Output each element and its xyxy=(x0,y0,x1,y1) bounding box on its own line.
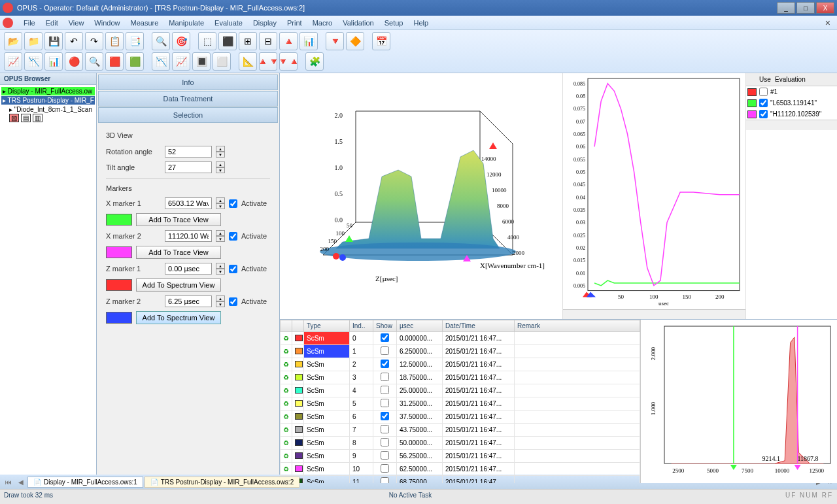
toolbar-button[interactable]: ⊞ xyxy=(239,32,257,50)
table-row[interactable]: ♻ScSm1062.50000...2015/01/21 16:47... xyxy=(281,463,640,476)
table-row[interactable]: ♻ScSm318.75000...2015/01/21 16:47... xyxy=(281,371,640,384)
table-header[interactable]: Date/Time xyxy=(443,320,515,332)
table-header[interactable]: Remark xyxy=(515,320,640,332)
legend-use-checkbox[interactable] xyxy=(759,88,768,96)
table-row[interactable]: ♻ScSm212.50000...2015/01/21 16:47... xyxy=(281,358,640,371)
table-header[interactable]: µsec xyxy=(397,320,443,332)
browser-tree[interactable]: ▸ Display - MIR_FullAccess.ow▸ TRS Postr… xyxy=(0,85,96,123)
xm2-color-swatch[interactable] xyxy=(106,246,132,258)
toolbar-button[interactable]: 📁 xyxy=(24,32,43,50)
menu-file[interactable]: File xyxy=(18,18,41,28)
toolbar-button[interactable]: 🔴 xyxy=(65,52,83,71)
menu-window[interactable]: Window xyxy=(89,18,125,28)
close-button[interactable]: X xyxy=(816,2,834,14)
legend-use-checkbox[interactable] xyxy=(759,99,768,107)
toolbar-button[interactable]: 📉 xyxy=(152,52,170,71)
toolbar-button[interactable]: 📋 xyxy=(105,32,124,50)
menu-measure[interactable]: Measure xyxy=(125,18,163,28)
tree-item[interactable]: ▸ TRS Postrun-Display - MIR_F xyxy=(1,96,95,105)
tree-item[interactable]: ▸ "Diode_Int_8cm-1_1_Scan xyxy=(1,105,95,114)
xm1-activate-checkbox[interactable] xyxy=(229,199,237,208)
doc-tab[interactable]: 📄Display - MIR_FullAccess.ows:1 xyxy=(27,477,143,488)
maximize-button[interactable]: □ xyxy=(796,2,815,14)
minimize-button[interactable]: _ xyxy=(777,2,795,14)
toolbar-button[interactable]: 🟩 xyxy=(126,52,144,71)
legend-row[interactable]: "H11120.102539" xyxy=(746,109,837,120)
table-header[interactable]: Show xyxy=(373,320,397,332)
xm1-color-swatch[interactable] xyxy=(106,214,132,226)
menu-print[interactable]: Print xyxy=(282,18,307,28)
menu-manipulate[interactable]: Manipulate xyxy=(163,18,209,28)
menu-macro[interactable]: Macro xyxy=(307,18,338,28)
toolbar-button[interactable]: 🔺 xyxy=(279,32,298,50)
spin-up[interactable]: ▲ xyxy=(216,161,225,167)
zm1-color-swatch[interactable] xyxy=(106,279,132,291)
tab-info[interactable]: Info xyxy=(98,75,278,90)
mdi-close-icon[interactable]: × xyxy=(821,18,834,28)
toolbar-button[interactable]: ⬛ xyxy=(218,32,237,50)
toolbar-button[interactable]: 📈 xyxy=(4,52,22,71)
zm2-color-swatch[interactable] xyxy=(106,312,132,324)
table-header[interactable] xyxy=(292,320,304,332)
zm2-input[interactable] xyxy=(165,295,212,307)
xm2-input[interactable] xyxy=(165,230,212,242)
table-header[interactable] xyxy=(281,320,292,332)
menu-display[interactable]: Display xyxy=(248,18,282,28)
toolbar-button[interactable]: 📈 xyxy=(172,52,190,71)
menu-view[interactable]: View xyxy=(63,18,90,28)
xm1-add-trace-button[interactable]: Add To Trace View xyxy=(136,213,221,226)
toolbar-button[interactable]: 🔺🔻 xyxy=(259,52,277,71)
toolbar-button[interactable]: 🔳 xyxy=(192,52,211,71)
tab-selection[interactable]: Selection xyxy=(98,107,278,123)
legend-row[interactable]: #1 xyxy=(746,86,837,97)
nav-prev-icon[interactable]: ◀ xyxy=(16,479,26,486)
table-row[interactable]: ♻ScSm531.25000...2015/01/21 16:47... xyxy=(281,397,640,411)
zm1-input[interactable] xyxy=(165,263,212,275)
toolbar-button[interactable]: 📉 xyxy=(24,52,43,71)
table-row[interactable]: ♻ScSm743.75000...2015/01/21 16:47... xyxy=(281,424,640,437)
legend-hscroll[interactable] xyxy=(746,120,837,130)
menu-edit[interactable]: Edit xyxy=(41,18,63,28)
table-row[interactable]: ♻ScSm16.250000...2015/01/21 16:47... xyxy=(281,345,640,358)
zm2-add-spec-button[interactable]: Add To Spectrum View xyxy=(136,311,221,324)
legend-row[interactable]: "L6503.119141" xyxy=(746,97,837,109)
toolbar-button[interactable]: 💾 xyxy=(44,32,63,50)
3d-view[interactable]: Z[µsec]X[Wavenumber cm-1]0.00.51.01.52.0… xyxy=(280,73,562,319)
toolbar-button[interactable]: 🔻 xyxy=(326,32,344,50)
legend-use-checkbox[interactable] xyxy=(759,110,768,118)
toolbar-button[interactable]: 📐 xyxy=(239,52,257,71)
toolbar-button[interactable]: 📑 xyxy=(126,32,144,50)
menu-evaluate[interactable]: Evaluate xyxy=(209,18,248,28)
xm2-add-trace-button[interactable]: Add To Trace View xyxy=(136,246,221,259)
trace-hscroll[interactable] xyxy=(563,309,745,319)
table-row[interactable]: ♻ScSm00.000000...2015/01/21 16:47... xyxy=(281,332,640,345)
tab-data-treatment[interactable]: Data Treatment xyxy=(98,91,278,107)
menu-setup[interactable]: Setup xyxy=(379,18,409,28)
tree-item[interactable]: ▸ Display - MIR_FullAccess.ow xyxy=(1,87,95,95)
toolbar-button[interactable]: 🎯 xyxy=(172,32,190,50)
zm2-activate-checkbox[interactable] xyxy=(229,297,237,306)
toolbar-button[interactable]: 🟥 xyxy=(105,52,124,71)
menu-help[interactable]: Help xyxy=(408,18,434,28)
toolbar-button[interactable]: 📂 xyxy=(4,32,22,50)
table-row[interactable]: ♻ScSm637.50000...2015/01/21 16:47... xyxy=(281,411,640,424)
doc-tab[interactable]: 📄TRS Postrun-Display - MIR_FullAccess.ow… xyxy=(145,477,299,488)
spin-dn[interactable]: ▼ xyxy=(216,152,225,158)
table-row[interactable]: ♻ScSm956.25000...2015/01/21 16:47... xyxy=(281,450,640,463)
table-header[interactable]: Ind.. xyxy=(350,320,373,332)
toolbar-button[interactable]: 🔻🔺 xyxy=(279,52,298,71)
tilt-input[interactable] xyxy=(165,161,212,173)
toolbar-button[interactable]: 🔍 xyxy=(152,32,170,50)
toolbar-button[interactable]: 📅 xyxy=(372,32,390,50)
zm1-add-spec-button[interactable]: Add To Spectrum View xyxy=(136,278,221,292)
trace-view[interactable]: 0.0050.010.0150.020.0250.030.0350.040.04… xyxy=(562,73,745,319)
toolbar-button[interactable]: 🔍 xyxy=(85,52,103,71)
spin-dn[interactable]: ▼ xyxy=(216,167,225,173)
xm1-input[interactable] xyxy=(165,197,212,209)
spectrum-table[interactable]: TypeInd..ShowµsecDate/TimeRemark♻ScSm00.… xyxy=(280,320,641,483)
table-row[interactable]: ♻ScSm850.00000...2015/01/21 16:47... xyxy=(281,437,640,450)
xm2-activate-checkbox[interactable] xyxy=(229,232,237,241)
table-header[interactable]: Type xyxy=(304,320,350,332)
table-row[interactable]: ♻ScSm425.00000...2015/01/21 16:47... xyxy=(281,384,640,397)
menu-validation[interactable]: Validation xyxy=(337,18,379,28)
